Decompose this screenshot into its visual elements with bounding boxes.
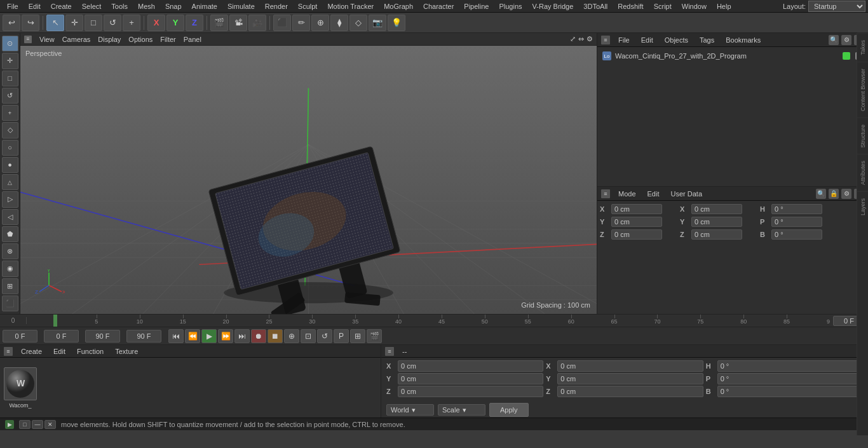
menu-mesh[interactable]: Mesh (133, 1, 159, 11)
left-tool-5[interactable]: ◇ (2, 122, 18, 138)
vtab-attributes[interactable]: Attributes (857, 154, 868, 191)
transform-button[interactable]: + (123, 15, 140, 31)
menu-render[interactable]: Render (261, 1, 292, 11)
object-active-dot[interactable] (843, 52, 850, 60)
mat-texture-btn[interactable]: Texture (112, 346, 141, 356)
status-btn-3[interactable]: ✕ (44, 420, 56, 429)
viewport-display-menu[interactable]: Display (98, 36, 121, 43)
anim-startframe-field[interactable]: 0 F (44, 330, 79, 343)
attr-x-pos-field[interactable]: 0 cm (611, 204, 662, 214)
menu-sculpt[interactable]: Sculpt (294, 1, 322, 11)
spline-button[interactable]: ⊕ (311, 15, 329, 31)
menu-pipeline[interactable]: Pipeline (459, 1, 493, 11)
attr-edit-btn[interactable]: Edit (644, 189, 663, 199)
viewport-3d[interactable]: X Y Z Perspective Grid Spacing : 100 cm (20, 46, 597, 314)
attr-gear-icon[interactable]: ⚙ (841, 189, 851, 199)
attr-h-field[interactable]: 0 ° (771, 204, 822, 214)
menu-tools[interactable]: Tools (107, 1, 132, 11)
menu-animate[interactable]: Animate (187, 1, 222, 11)
attr-y-rot-field[interactable]: 0 cm (691, 217, 742, 227)
vtab-structure[interactable]: Structure (857, 118, 868, 154)
om-search-icon[interactable]: 🔍 (829, 35, 839, 45)
z-axis-button[interactable]: Z (186, 15, 203, 31)
attr-p-field[interactable]: 0 ° (771, 217, 822, 227)
viewport-options-menu[interactable]: Options (128, 36, 153, 43)
viewport-filter-menu[interactable]: Filter (160, 36, 175, 43)
vtab-takes[interactable]: Takes (857, 33, 868, 62)
attr-x-rot-field[interactable]: 0 cm (691, 204, 742, 214)
vtab-content-browser[interactable]: Content Browser (857, 62, 868, 118)
menu-3dtoall[interactable]: 3DToAll (579, 1, 612, 11)
menu-create[interactable]: Create (46, 1, 76, 11)
attr-userdata-btn[interactable]: User Data (668, 189, 706, 199)
left-tool-4[interactable]: + (2, 105, 18, 121)
y-axis-button[interactable]: Y (166, 15, 184, 31)
viewport-settings-icon[interactable]: ⚙ (587, 35, 593, 43)
select-tool-button[interactable]: ↖ (46, 15, 64, 31)
anim-prev-frame[interactable]: ⏪ (185, 329, 200, 343)
mat-edit-btn[interactable]: Edit (50, 346, 69, 356)
om-tags-btn[interactable]: Tags (696, 35, 717, 45)
left-tool-10[interactable]: ◁ (2, 209, 18, 225)
render-view-button[interactable]: 📽 (229, 15, 247, 31)
move-tool-button[interactable]: ✛ (65, 15, 83, 31)
anim-key6[interactable]: 🎬 (367, 329, 382, 343)
menu-select[interactable]: Select (78, 1, 106, 11)
om-edit-btn[interactable]: Edit (638, 35, 656, 45)
menu-motion-tracker[interactable]: Motion Tracker (323, 1, 378, 11)
anim-endframe-field[interactable]: 90 F (85, 330, 120, 343)
coord-b-rot[interactable]: 0 ° (717, 386, 863, 397)
x-axis-button[interactable]: X (147, 15, 165, 31)
render-button[interactable]: 🎥 (248, 15, 266, 31)
pen-button[interactable]: ✏ (292, 15, 310, 31)
left-tool-14[interactable]: ⊞ (2, 278, 18, 294)
coord-z-pos[interactable]: 0 cm (398, 386, 543, 397)
coord-y-size[interactable]: 0 cm (557, 373, 703, 384)
rotate-tool-button[interactable]: ↺ (104, 15, 121, 31)
material-item-0[interactable]: W Wacom_ (4, 367, 37, 409)
left-tool-15[interactable]: ⬛ (2, 295, 18, 311)
menu-plugins[interactable]: Plugins (494, 1, 526, 11)
status-btn-2[interactable]: — (32, 420, 43, 429)
mograph-button[interactable]: ⧫ (330, 15, 348, 31)
left-tool-13[interactable]: ◉ (2, 261, 18, 276)
left-tool-7[interactable]: ● (2, 157, 18, 173)
anim-key3[interactable]: ↺ (317, 329, 332, 343)
left-tool-11[interactable]: ⬟ (2, 226, 18, 242)
left-tool-3[interactable]: ↺ (2, 88, 18, 104)
menu-vray[interactable]: V-Ray Bridge (528, 1, 578, 11)
layout-select[interactable]: Startup Standard (808, 1, 865, 12)
attr-mode-btn[interactable]: Mode (615, 189, 639, 199)
light-button[interactable]: 💡 (388, 15, 405, 31)
viewport-cameras-menu[interactable]: Cameras (62, 36, 91, 43)
menu-character[interactable]: Character (419, 1, 458, 11)
mat-create-btn[interactable]: Create (18, 346, 45, 356)
left-tool-12[interactable]: ⊗ (2, 243, 18, 259)
left-tool-8[interactable]: △ (2, 174, 18, 190)
menu-mograph[interactable]: MoGraph (379, 1, 417, 11)
left-tool-0[interactable]: ⊙ (2, 36, 18, 51)
left-tool-6[interactable]: ○ (2, 140, 18, 156)
mat-function-btn[interactable]: Function (74, 346, 107, 356)
attr-z-rot-field[interactable]: 0 cm (691, 229, 742, 240)
om-bookmarks-btn[interactable]: Bookmarks (722, 35, 764, 45)
anim-goto-start[interactable]: ⏮ (168, 329, 184, 343)
coord-z-size[interactable]: 0 cm (557, 386, 703, 397)
object-row-0[interactable]: Lo Wacom_Cintiq_Pro_27_with_2D_Program (600, 50, 865, 62)
viewport-expand-icon[interactable]: ⤢ (570, 35, 576, 43)
anim-play[interactable]: ▶ (201, 329, 217, 343)
scale-dropdown[interactable]: Scale ▾ (438, 404, 485, 416)
coord-p-rot[interactable]: 0 ° (717, 373, 863, 384)
menu-simulate[interactable]: Simulate (223, 1, 259, 11)
world-dropdown[interactable]: World ▾ (386, 404, 434, 416)
timeline-playhead[interactable] (53, 315, 57, 327)
status-btn-1[interactable]: □ (19, 420, 31, 429)
anim-stop[interactable]: ⏹ (268, 329, 283, 343)
coord-y-pos[interactable]: 0 cm (398, 373, 543, 384)
anim-goto-end[interactable]: ⏭ (234, 329, 250, 343)
undo-button[interactable]: ↩ (3, 15, 20, 31)
anim-key1[interactable]: ⊕ (284, 329, 299, 343)
cube-button[interactable]: ⬛ (273, 15, 291, 31)
anim-key5[interactable]: ⊞ (350, 329, 365, 343)
render-region-button[interactable]: 🎬 (210, 15, 228, 31)
